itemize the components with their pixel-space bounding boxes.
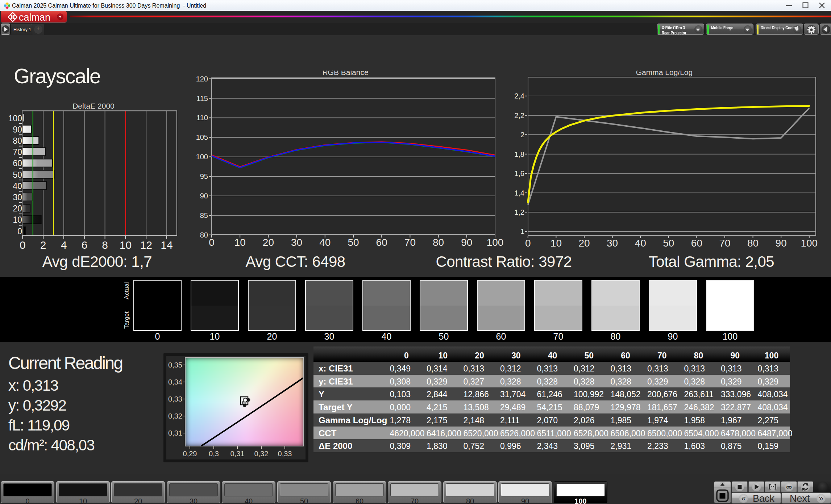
svg-text:70: 70 <box>13 147 22 157</box>
svg-text:1: 1 <box>520 227 524 235</box>
svg-text:80: 80 <box>13 136 22 146</box>
svg-text:30: 30 <box>13 193 22 202</box>
svg-text:2,4: 2,4 <box>514 92 524 100</box>
svg-text:0,3: 0,3 <box>209 450 219 458</box>
svg-text:110: 110 <box>196 114 208 122</box>
svg-text:90: 90 <box>13 125 22 134</box>
svg-text:90: 90 <box>776 238 787 249</box>
svg-text:60: 60 <box>13 159 22 168</box>
svg-text:80: 80 <box>747 238 759 249</box>
svg-text:6: 6 <box>81 239 87 251</box>
svg-text:40: 40 <box>319 237 331 248</box>
svg-text:50: 50 <box>13 170 22 180</box>
svg-text:1,6: 1,6 <box>514 169 524 177</box>
svg-text:70: 70 <box>404 237 416 248</box>
svg-text:»: » <box>819 494 823 503</box>
svg-text:50: 50 <box>663 238 674 249</box>
svg-text:12: 12 <box>140 239 152 251</box>
svg-text:0: 0 <box>525 238 531 249</box>
svg-text:∞: ∞ <box>786 482 792 491</box>
svg-text:30: 30 <box>291 237 302 248</box>
svg-text:10: 10 <box>13 215 22 224</box>
svg-text:2,2: 2,2 <box>514 112 524 119</box>
svg-text:40: 40 <box>13 181 22 191</box>
svg-text:20: 20 <box>263 237 274 248</box>
svg-text:10: 10 <box>120 239 132 251</box>
svg-text:0,35: 0,35 <box>168 361 182 369</box>
svg-text:0,33: 0,33 <box>278 450 292 458</box>
svg-text:4: 4 <box>61 239 67 251</box>
svg-text:90: 90 <box>200 192 208 200</box>
svg-text:2: 2 <box>520 131 524 139</box>
svg-text:DeltaE 2000: DeltaE 2000 <box>72 102 115 110</box>
svg-text:0,31: 0,31 <box>168 429 182 437</box>
svg-text:0,33: 0,33 <box>168 395 182 403</box>
svg-text:0,29: 0,29 <box>183 450 197 458</box>
svg-text:0,34: 0,34 <box>168 378 182 386</box>
svg-text:20: 20 <box>13 204 22 213</box>
svg-text:10: 10 <box>550 238 562 249</box>
svg-text:8: 8 <box>102 239 108 251</box>
svg-text:100: 100 <box>487 237 504 248</box>
svg-text:Gamma Log/Log: Gamma Log/Log <box>636 71 693 76</box>
svg-text:0: 0 <box>209 237 215 248</box>
svg-text:0,32: 0,32 <box>254 450 269 458</box>
svg-text:60: 60 <box>376 237 387 248</box>
svg-text:40: 40 <box>635 238 646 249</box>
svg-text:90: 90 <box>461 237 472 248</box>
svg-text:105: 105 <box>196 133 208 141</box>
svg-text:1,8: 1,8 <box>514 150 524 158</box>
svg-text:1,2: 1,2 <box>514 208 524 216</box>
svg-text:80: 80 <box>200 231 208 239</box>
svg-text:60: 60 <box>691 238 702 249</box>
svg-text:30: 30 <box>607 238 618 249</box>
svg-text:120: 120 <box>196 75 208 83</box>
svg-text:100: 100 <box>196 153 208 161</box>
svg-text:85: 85 <box>200 211 208 219</box>
svg-text:80: 80 <box>433 237 444 248</box>
svg-text:«: « <box>741 494 745 503</box>
svg-text:100: 100 <box>8 114 22 123</box>
svg-text:70: 70 <box>719 238 730 249</box>
svg-text:95: 95 <box>200 172 208 180</box>
svg-text:14: 14 <box>161 239 173 251</box>
svg-text:100: 100 <box>801 238 818 249</box>
svg-text:0,32: 0,32 <box>168 412 182 420</box>
svg-text:2: 2 <box>40 239 46 251</box>
svg-text:115: 115 <box>196 94 208 102</box>
svg-text:20: 20 <box>578 238 590 249</box>
svg-text:1,4: 1,4 <box>514 189 524 197</box>
svg-text:RGB Balance: RGB Balance <box>322 71 368 76</box>
svg-text:0,31: 0,31 <box>230 450 245 458</box>
svg-text:10: 10 <box>234 237 246 248</box>
svg-text:0: 0 <box>20 239 26 251</box>
svg-text:50: 50 <box>348 237 359 248</box>
svg-text:0: 0 <box>17 227 22 236</box>
